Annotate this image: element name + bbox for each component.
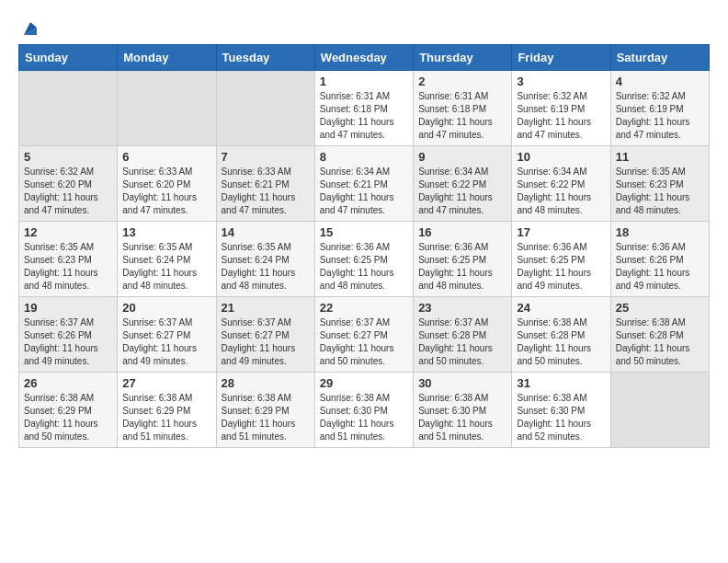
daylight-text: Daylight: 11 hours and 50 minutes. xyxy=(320,342,408,368)
day-number: 27 xyxy=(122,376,210,390)
sunrise-text: Sunrise: 6:33 AM xyxy=(222,166,310,178)
calendar-cell: 16Sunrise: 6:36 AMSunset: 6:25 PMDayligh… xyxy=(414,222,512,297)
calendar-cell: 2Sunrise: 6:31 AMSunset: 6:18 PMDaylight… xyxy=(414,71,512,146)
day-number: 23 xyxy=(418,301,506,315)
calendar-cell xyxy=(216,71,314,146)
daylight-text: Daylight: 11 hours and 52 minutes. xyxy=(517,418,605,443)
day-number: 22 xyxy=(320,301,408,315)
sunrise-text: Sunrise: 6:38 AM xyxy=(616,316,704,329)
cell-content: Sunrise: 6:37 AMSunset: 6:28 PMDaylight:… xyxy=(418,316,506,368)
column-header-thursday: Thursday xyxy=(414,45,512,71)
daylight-text: Daylight: 11 hours and 48 minutes. xyxy=(320,267,408,293)
calendar-cell: 12Sunrise: 6:35 AMSunset: 6:23 PMDayligh… xyxy=(19,222,118,297)
column-header-tuesday: Tuesday xyxy=(216,45,314,71)
sunrise-text: Sunrise: 6:31 AM xyxy=(320,90,408,103)
sunrise-text: Sunrise: 6:37 AM xyxy=(222,316,310,329)
daylight-text: Daylight: 11 hours and 49 minutes. xyxy=(517,267,605,293)
daylight-text: Daylight: 11 hours and 51 minutes. xyxy=(320,418,408,443)
daylight-text: Daylight: 11 hours and 49 minutes. xyxy=(24,342,112,368)
day-number: 25 xyxy=(616,301,704,315)
sunset-text: Sunset: 6:30 PM xyxy=(418,405,506,418)
daylight-text: Daylight: 11 hours and 51 minutes. xyxy=(122,418,210,443)
sunrise-text: Sunrise: 6:38 AM xyxy=(24,392,112,405)
calendar-cell xyxy=(118,71,216,146)
calendar-cell: 27Sunrise: 6:38 AMSunset: 6:29 PMDayligh… xyxy=(118,373,216,448)
daylight-text: Daylight: 11 hours and 48 minutes. xyxy=(616,191,704,217)
daylight-text: Daylight: 11 hours and 50 minutes. xyxy=(616,342,704,368)
calendar-cell xyxy=(610,373,709,448)
cell-content: Sunrise: 6:35 AMSunset: 6:23 PMDaylight:… xyxy=(616,166,704,217)
cell-content: Sunrise: 6:38 AMSunset: 6:30 PMDaylight:… xyxy=(418,392,506,443)
day-number: 19 xyxy=(24,301,112,315)
calendar-cell: 25Sunrise: 6:38 AMSunset: 6:28 PMDayligh… xyxy=(610,297,709,373)
logo xyxy=(18,18,40,35)
cell-content: Sunrise: 6:35 AMSunset: 6:23 PMDaylight:… xyxy=(24,241,112,293)
sunset-text: Sunset: 6:18 PM xyxy=(320,103,408,116)
daylight-text: Daylight: 11 hours and 51 minutes. xyxy=(222,418,310,443)
calendar-cell: 4Sunrise: 6:32 AMSunset: 6:19 PMDaylight… xyxy=(610,71,709,146)
day-number: 11 xyxy=(616,150,704,164)
daylight-text: Daylight: 11 hours and 50 minutes. xyxy=(517,342,605,368)
daylight-text: Daylight: 11 hours and 47 minutes. xyxy=(24,191,112,217)
cell-content: Sunrise: 6:37 AMSunset: 6:27 PMDaylight:… xyxy=(122,316,210,368)
cell-content: Sunrise: 6:37 AMSunset: 6:27 PMDaylight:… xyxy=(222,316,310,368)
week-row-5: 26Sunrise: 6:38 AMSunset: 6:29 PMDayligh… xyxy=(19,373,710,448)
sunrise-text: Sunrise: 6:34 AM xyxy=(320,166,408,178)
week-row-4: 19Sunrise: 6:37 AMSunset: 6:26 PMDayligh… xyxy=(19,297,710,373)
cell-content: Sunrise: 6:36 AMSunset: 6:25 PMDaylight:… xyxy=(418,241,506,293)
calendar-cell: 17Sunrise: 6:36 AMSunset: 6:25 PMDayligh… xyxy=(512,222,610,297)
sunset-text: Sunset: 6:23 PM xyxy=(24,254,112,267)
sunset-text: Sunset: 6:29 PM xyxy=(122,405,210,418)
calendar-cell: 28Sunrise: 6:38 AMSunset: 6:29 PMDayligh… xyxy=(216,373,314,448)
sunrise-text: Sunrise: 6:32 AM xyxy=(517,90,605,103)
sunrise-text: Sunrise: 6:38 AM xyxy=(122,392,210,405)
calendar-cell: 7Sunrise: 6:33 AMSunset: 6:21 PMDaylight… xyxy=(216,146,314,222)
day-number: 21 xyxy=(222,301,310,315)
day-number: 10 xyxy=(517,150,605,164)
sunrise-text: Sunrise: 6:34 AM xyxy=(418,166,506,178)
daylight-text: Daylight: 11 hours and 48 minutes. xyxy=(222,267,310,293)
sunset-text: Sunset: 6:21 PM xyxy=(222,178,310,191)
day-number: 14 xyxy=(222,225,310,239)
sunrise-text: Sunrise: 6:36 AM xyxy=(616,241,704,254)
daylight-text: Daylight: 11 hours and 49 minutes. xyxy=(122,342,210,368)
cell-content: Sunrise: 6:31 AMSunset: 6:18 PMDaylight:… xyxy=(320,90,408,142)
calendar-cell: 20Sunrise: 6:37 AMSunset: 6:27 PMDayligh… xyxy=(118,297,216,373)
cell-content: Sunrise: 6:38 AMSunset: 6:30 PMDaylight:… xyxy=(320,392,408,443)
sunrise-text: Sunrise: 6:37 AM xyxy=(320,316,408,329)
sunset-text: Sunset: 6:24 PM xyxy=(222,254,310,267)
calendar-cell: 18Sunrise: 6:36 AMSunset: 6:26 PMDayligh… xyxy=(610,222,709,297)
day-number: 16 xyxy=(418,225,506,239)
day-number: 5 xyxy=(24,150,112,164)
sunset-text: Sunset: 6:24 PM xyxy=(122,254,210,267)
cell-content: Sunrise: 6:33 AMSunset: 6:21 PMDaylight:… xyxy=(222,166,310,217)
calendar-table: SundayMondayTuesdayWednesdayThursdayFrid… xyxy=(18,44,710,448)
daylight-text: Daylight: 11 hours and 50 minutes. xyxy=(418,342,506,368)
sunrise-text: Sunrise: 6:35 AM xyxy=(222,241,310,254)
week-row-3: 12Sunrise: 6:35 AMSunset: 6:23 PMDayligh… xyxy=(19,222,710,297)
day-number: 6 xyxy=(122,150,210,164)
daylight-text: Daylight: 11 hours and 48 minutes. xyxy=(418,267,506,293)
day-number: 13 xyxy=(122,225,210,239)
cell-content: Sunrise: 6:31 AMSunset: 6:18 PMDaylight:… xyxy=(418,90,506,142)
week-row-2: 5Sunrise: 6:32 AMSunset: 6:20 PMDaylight… xyxy=(19,146,710,222)
day-number: 12 xyxy=(24,225,112,239)
sunset-text: Sunset: 6:28 PM xyxy=(616,329,704,342)
daylight-text: Daylight: 11 hours and 50 minutes. xyxy=(24,418,112,443)
sunrise-text: Sunrise: 6:32 AM xyxy=(616,90,704,103)
sunset-text: Sunset: 6:21 PM xyxy=(320,178,408,191)
calendar-cell: 11Sunrise: 6:35 AMSunset: 6:23 PMDayligh… xyxy=(610,146,709,222)
sunrise-text: Sunrise: 6:36 AM xyxy=(320,241,408,254)
sunset-text: Sunset: 6:19 PM xyxy=(517,103,605,116)
day-number: 4 xyxy=(616,75,704,88)
cell-content: Sunrise: 6:37 AMSunset: 6:27 PMDaylight:… xyxy=(320,316,408,368)
daylight-text: Daylight: 11 hours and 48 minutes. xyxy=(122,267,210,293)
calendar-cell: 14Sunrise: 6:35 AMSunset: 6:24 PMDayligh… xyxy=(216,222,314,297)
day-number: 1 xyxy=(320,75,408,88)
logo-icon xyxy=(20,18,40,39)
calendar-cell: 9Sunrise: 6:34 AMSunset: 6:22 PMDaylight… xyxy=(414,146,512,222)
day-number: 24 xyxy=(517,301,605,315)
cell-content: Sunrise: 6:38 AMSunset: 6:30 PMDaylight:… xyxy=(517,392,605,443)
sunrise-text: Sunrise: 6:35 AM xyxy=(24,241,112,254)
calendar-cell: 10Sunrise: 6:34 AMSunset: 6:22 PMDayligh… xyxy=(512,146,610,222)
